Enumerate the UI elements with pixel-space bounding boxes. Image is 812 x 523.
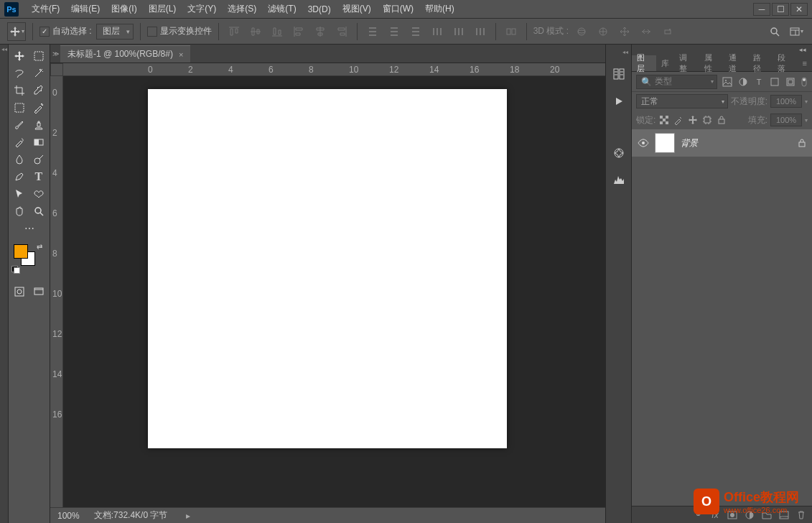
3d-roll-icon[interactable]: [594, 23, 612, 40]
menu-help[interactable]: 帮助(H): [419, 0, 460, 19]
3d-scale-icon[interactable]: [659, 23, 676, 40]
panel-menu-icon[interactable]: ≡: [798, 55, 812, 71]
layer-filter-dropdown[interactable]: 🔍 类型: [636, 75, 717, 89]
pen-tool[interactable]: [10, 168, 29, 185]
auto-select-checkbox[interactable]: ✓: [39, 27, 50, 37]
tool-preset-picker[interactable]: ▾: [7, 22, 26, 41]
history-brush-tool[interactable]: [10, 134, 29, 151]
layer-lock-icon[interactable]: [798, 138, 806, 148]
align-left-edges-icon[interactable]: [290, 23, 307, 40]
workspace-switcher-icon[interactable]: ▾: [788, 23, 805, 40]
layer-list[interactable]: 背景: [632, 129, 812, 506]
distribute-top-icon[interactable]: [364, 23, 381, 40]
auto-align-icon[interactable]: [503, 23, 520, 40]
menu-view[interactable]: 视图(V): [337, 0, 377, 19]
shape-tool[interactable]: [29, 185, 49, 203]
distribute-horizontal-icon[interactable]: [450, 23, 467, 40]
frame-tool[interactable]: [10, 99, 29, 116]
tab-close-icon[interactable]: ×: [179, 50, 183, 59]
gradient-tool[interactable]: [29, 134, 49, 151]
filter-type-icon[interactable]: T: [753, 76, 765, 88]
screen-mode-tool[interactable]: [29, 283, 49, 300]
hand-tool[interactable]: [10, 203, 29, 220]
menu-select[interactable]: 选择(S): [222, 0, 262, 19]
menu-layer[interactable]: 图层(L): [143, 0, 182, 19]
filter-shape-icon[interactable]: [769, 76, 780, 88]
layer-visibility-icon[interactable]: [638, 139, 649, 147]
actions-panel-icon[interactable]: [610, 93, 627, 110]
show-transform-checkbox[interactable]: [147, 27, 157, 37]
vertical-ruler[interactable]: 0 2 4 6 8 10 12 14 16: [50, 76, 63, 507]
align-horizontal-centers-icon[interactable]: [312, 23, 329, 40]
status-menu-icon[interactable]: ▸: [186, 511, 190, 521]
path-selection-tool[interactable]: [10, 185, 29, 203]
align-right-edges-icon[interactable]: [333, 23, 350, 40]
tab-paragraph[interactable]: 段落: [773, 55, 797, 71]
align-bottom-edges-icon[interactable]: [269, 23, 286, 40]
blur-tool[interactable]: [10, 151, 29, 168]
menu-image[interactable]: 图像(I): [106, 0, 142, 19]
tab-channels[interactable]: 通道: [724, 55, 748, 71]
layer-item-background[interactable]: 背景: [632, 129, 812, 157]
menu-file[interactable]: 文件(F): [26, 0, 65, 19]
panel-strip-collapse-icon[interactable]: ◂◂: [622, 49, 628, 55]
quick-mask-tool[interactable]: [10, 283, 29, 300]
blend-mode-dropdown[interactable]: 正常: [636, 94, 728, 108]
minimize-button[interactable]: ─: [753, 3, 770, 16]
lock-transparency-icon[interactable]: [658, 114, 670, 126]
swap-colors-icon[interactable]: ⇄: [37, 243, 42, 251]
filter-image-icon[interactable]: [722, 76, 733, 88]
navigator-panel-icon[interactable]: [610, 144, 627, 162]
lock-pixels-icon[interactable]: [673, 114, 684, 126]
menu-filter[interactable]: 滤镜(T): [262, 0, 302, 19]
close-button[interactable]: ✕: [790, 3, 808, 16]
layer-thumbnail[interactable]: [655, 133, 675, 153]
clone-stamp-tool[interactable]: [29, 116, 49, 134]
menu-type[interactable]: 文字(Y): [182, 0, 222, 19]
3d-pan-icon[interactable]: [616, 23, 633, 40]
tab-library[interactable]: 库: [656, 55, 674, 71]
foreground-color-swatch[interactable]: [14, 244, 28, 259]
menu-window[interactable]: 窗口(W): [377, 0, 419, 19]
distribute-left-icon[interactable]: [429, 23, 446, 40]
layer-name[interactable]: 背景: [681, 137, 792, 149]
lock-position-icon[interactable]: [687, 114, 699, 126]
tab-scroll-icon[interactable]: ≫: [50, 45, 60, 63]
document-status[interactable]: 文档:732.4K/0 字节: [94, 509, 168, 522]
histogram-panel-icon[interactable]: [610, 172, 627, 189]
distribute-vertical-icon[interactable]: [386, 23, 403, 40]
toolbox-collapse-grip[interactable]: ◂◂: [0, 45, 9, 523]
lock-all-icon[interactable]: [716, 114, 727, 126]
dodge-tool[interactable]: [29, 151, 49, 168]
zoom-level[interactable]: 100%: [57, 511, 80, 521]
show-transform-option[interactable]: 显示变换控件: [147, 25, 212, 37]
filter-adjustment-icon[interactable]: [737, 76, 749, 88]
menu-edit[interactable]: 编辑(E): [65, 0, 106, 19]
fill-field[interactable]: 100%: [770, 114, 802, 126]
auto-select-option[interactable]: ✓ 自动选择 :: [39, 25, 92, 37]
filter-toggle-switch[interactable]: [801, 76, 808, 88]
3d-orbit-icon[interactable]: [573, 23, 590, 40]
tab-adjustments[interactable]: 调整: [674, 55, 699, 71]
lasso-tool[interactable]: [10, 65, 29, 82]
ruler-origin[interactable]: [50, 63, 63, 76]
eyedropper-tool[interactable]: [29, 82, 49, 99]
distribute-right-icon[interactable]: [472, 23, 489, 40]
canvas-viewport[interactable]: [63, 76, 605, 507]
rectangular-marquee-tool[interactable]: [29, 47, 49, 65]
horizontal-ruler[interactable]: 0 2 4 6 8 10 12 14 16 18 20: [63, 63, 605, 76]
3d-slide-icon[interactable]: [638, 23, 655, 40]
align-top-edges-icon[interactable]: [225, 23, 243, 40]
maximize-button[interactable]: ☐: [772, 3, 789, 16]
menu-3d[interactable]: 3D(D): [302, 0, 337, 19]
move-tool[interactable]: [10, 47, 29, 65]
auto-select-target-dropdown[interactable]: 图层: [96, 24, 134, 40]
spot-healing-brush-tool[interactable]: [29, 99, 49, 116]
lock-artboard-icon[interactable]: [701, 114, 713, 126]
zoom-tool[interactable]: [29, 203, 49, 220]
tab-properties[interactable]: 属性: [699, 55, 724, 71]
distribute-bottom-icon[interactable]: [407, 23, 424, 40]
align-vertical-centers-icon[interactable]: [247, 23, 264, 40]
canvas[interactable]: [148, 89, 507, 448]
type-tool[interactable]: T: [29, 168, 49, 185]
